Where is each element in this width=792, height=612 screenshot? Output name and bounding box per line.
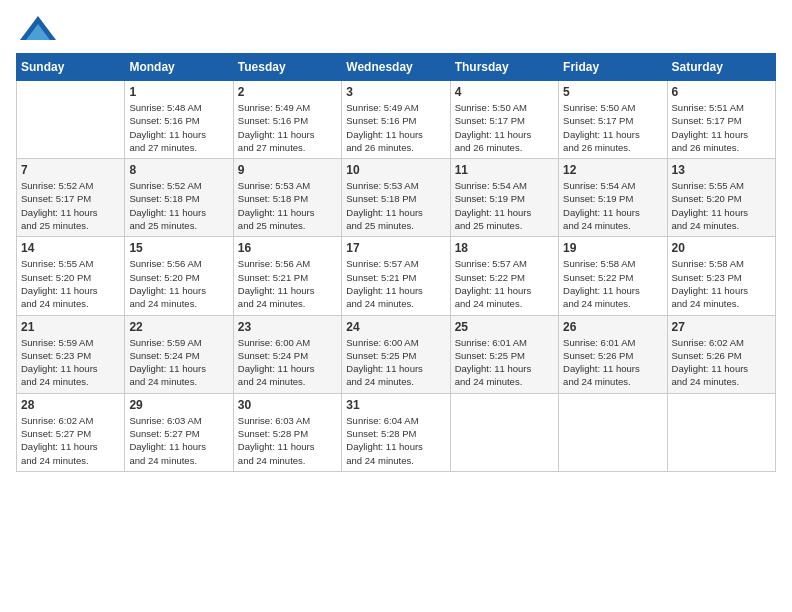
- day-info: Sunrise: 5:56 AM Sunset: 5:21 PM Dayligh…: [238, 257, 337, 310]
- day-number: 9: [238, 163, 337, 177]
- calendar-cell: 4Sunrise: 5:50 AM Sunset: 5:17 PM Daylig…: [450, 81, 558, 159]
- day-number: 17: [346, 241, 445, 255]
- weekday-header-row: SundayMondayTuesdayWednesdayThursdayFrid…: [17, 54, 776, 81]
- day-number: 19: [563, 241, 662, 255]
- day-info: Sunrise: 6:02 AM Sunset: 5:27 PM Dayligh…: [21, 414, 120, 467]
- day-info: Sunrise: 5:55 AM Sunset: 5:20 PM Dayligh…: [21, 257, 120, 310]
- day-info: Sunrise: 5:49 AM Sunset: 5:16 PM Dayligh…: [238, 101, 337, 154]
- calendar-cell: 16Sunrise: 5:56 AM Sunset: 5:21 PM Dayli…: [233, 237, 341, 315]
- calendar-cell: 22Sunrise: 5:59 AM Sunset: 5:24 PM Dayli…: [125, 315, 233, 393]
- calendar-body: 1Sunrise: 5:48 AM Sunset: 5:16 PM Daylig…: [17, 81, 776, 472]
- day-info: Sunrise: 5:51 AM Sunset: 5:17 PM Dayligh…: [672, 101, 771, 154]
- week-row-1: 1Sunrise: 5:48 AM Sunset: 5:16 PM Daylig…: [17, 81, 776, 159]
- day-info: Sunrise: 6:00 AM Sunset: 5:24 PM Dayligh…: [238, 336, 337, 389]
- page-header: [16, 16, 776, 45]
- day-info: Sunrise: 5:50 AM Sunset: 5:17 PM Dayligh…: [563, 101, 662, 154]
- day-number: 7: [21, 163, 120, 177]
- day-number: 16: [238, 241, 337, 255]
- day-info: Sunrise: 6:02 AM Sunset: 5:26 PM Dayligh…: [672, 336, 771, 389]
- day-info: Sunrise: 5:58 AM Sunset: 5:22 PM Dayligh…: [563, 257, 662, 310]
- calendar-cell: 2Sunrise: 5:49 AM Sunset: 5:16 PM Daylig…: [233, 81, 341, 159]
- day-number: 26: [563, 320, 662, 334]
- day-number: 2: [238, 85, 337, 99]
- day-number: 5: [563, 85, 662, 99]
- day-number: 14: [21, 241, 120, 255]
- calendar-cell: 7Sunrise: 5:52 AM Sunset: 5:17 PM Daylig…: [17, 159, 125, 237]
- calendar-cell: 12Sunrise: 5:54 AM Sunset: 5:19 PM Dayli…: [559, 159, 667, 237]
- day-info: Sunrise: 5:52 AM Sunset: 5:18 PM Dayligh…: [129, 179, 228, 232]
- day-info: Sunrise: 5:48 AM Sunset: 5:16 PM Dayligh…: [129, 101, 228, 154]
- day-number: 30: [238, 398, 337, 412]
- calendar-cell: 30Sunrise: 6:03 AM Sunset: 5:28 PM Dayli…: [233, 393, 341, 471]
- calendar-cell: 9Sunrise: 5:53 AM Sunset: 5:18 PM Daylig…: [233, 159, 341, 237]
- day-number: 13: [672, 163, 771, 177]
- day-number: 4: [455, 85, 554, 99]
- day-info: Sunrise: 5:59 AM Sunset: 5:23 PM Dayligh…: [21, 336, 120, 389]
- calendar-cell: 1Sunrise: 5:48 AM Sunset: 5:16 PM Daylig…: [125, 81, 233, 159]
- week-row-4: 21Sunrise: 5:59 AM Sunset: 5:23 PM Dayli…: [17, 315, 776, 393]
- day-number: 23: [238, 320, 337, 334]
- day-number: 8: [129, 163, 228, 177]
- day-number: 1: [129, 85, 228, 99]
- weekday-header-sunday: Sunday: [17, 54, 125, 81]
- calendar-cell: 5Sunrise: 5:50 AM Sunset: 5:17 PM Daylig…: [559, 81, 667, 159]
- calendar-table: SundayMondayTuesdayWednesdayThursdayFrid…: [16, 53, 776, 472]
- day-number: 12: [563, 163, 662, 177]
- calendar-cell: 6Sunrise: 5:51 AM Sunset: 5:17 PM Daylig…: [667, 81, 775, 159]
- weekday-header-thursday: Thursday: [450, 54, 558, 81]
- weekday-header-tuesday: Tuesday: [233, 54, 341, 81]
- day-info: Sunrise: 5:54 AM Sunset: 5:19 PM Dayligh…: [563, 179, 662, 232]
- day-number: 10: [346, 163, 445, 177]
- day-info: Sunrise: 5:55 AM Sunset: 5:20 PM Dayligh…: [672, 179, 771, 232]
- day-number: 28: [21, 398, 120, 412]
- day-info: Sunrise: 6:04 AM Sunset: 5:28 PM Dayligh…: [346, 414, 445, 467]
- calendar-cell: 29Sunrise: 6:03 AM Sunset: 5:27 PM Dayli…: [125, 393, 233, 471]
- day-info: Sunrise: 6:00 AM Sunset: 5:25 PM Dayligh…: [346, 336, 445, 389]
- calendar-cell: 10Sunrise: 5:53 AM Sunset: 5:18 PM Dayli…: [342, 159, 450, 237]
- day-info: Sunrise: 5:59 AM Sunset: 5:24 PM Dayligh…: [129, 336, 228, 389]
- day-info: Sunrise: 6:01 AM Sunset: 5:25 PM Dayligh…: [455, 336, 554, 389]
- logo-text: [16, 16, 56, 45]
- calendar-cell: 17Sunrise: 5:57 AM Sunset: 5:21 PM Dayli…: [342, 237, 450, 315]
- day-number: 22: [129, 320, 228, 334]
- day-info: Sunrise: 6:03 AM Sunset: 5:28 PM Dayligh…: [238, 414, 337, 467]
- day-number: 21: [21, 320, 120, 334]
- day-number: 31: [346, 398, 445, 412]
- calendar-cell: 28Sunrise: 6:02 AM Sunset: 5:27 PM Dayli…: [17, 393, 125, 471]
- weekday-header-friday: Friday: [559, 54, 667, 81]
- day-info: Sunrise: 5:52 AM Sunset: 5:17 PM Dayligh…: [21, 179, 120, 232]
- day-number: 11: [455, 163, 554, 177]
- calendar-cell: [559, 393, 667, 471]
- day-info: Sunrise: 5:56 AM Sunset: 5:20 PM Dayligh…: [129, 257, 228, 310]
- calendar-cell: 18Sunrise: 5:57 AM Sunset: 5:22 PM Dayli…: [450, 237, 558, 315]
- week-row-2: 7Sunrise: 5:52 AM Sunset: 5:17 PM Daylig…: [17, 159, 776, 237]
- day-info: Sunrise: 5:58 AM Sunset: 5:23 PM Dayligh…: [672, 257, 771, 310]
- logo-icon: [20, 16, 56, 40]
- calendar-cell: 27Sunrise: 6:02 AM Sunset: 5:26 PM Dayli…: [667, 315, 775, 393]
- day-number: 29: [129, 398, 228, 412]
- week-row-3: 14Sunrise: 5:55 AM Sunset: 5:20 PM Dayli…: [17, 237, 776, 315]
- logo: [16, 16, 56, 45]
- day-number: 20: [672, 241, 771, 255]
- weekday-header-monday: Monday: [125, 54, 233, 81]
- calendar-cell: 24Sunrise: 6:00 AM Sunset: 5:25 PM Dayli…: [342, 315, 450, 393]
- day-number: 15: [129, 241, 228, 255]
- day-number: 3: [346, 85, 445, 99]
- day-number: 24: [346, 320, 445, 334]
- weekday-header-wednesday: Wednesday: [342, 54, 450, 81]
- day-number: 18: [455, 241, 554, 255]
- calendar-cell: 21Sunrise: 5:59 AM Sunset: 5:23 PM Dayli…: [17, 315, 125, 393]
- calendar-cell: 14Sunrise: 5:55 AM Sunset: 5:20 PM Dayli…: [17, 237, 125, 315]
- calendar-cell: 3Sunrise: 5:49 AM Sunset: 5:16 PM Daylig…: [342, 81, 450, 159]
- calendar-cell: [17, 81, 125, 159]
- calendar-cell: 23Sunrise: 6:00 AM Sunset: 5:24 PM Dayli…: [233, 315, 341, 393]
- calendar-cell: 11Sunrise: 5:54 AM Sunset: 5:19 PM Dayli…: [450, 159, 558, 237]
- calendar-cell: 31Sunrise: 6:04 AM Sunset: 5:28 PM Dayli…: [342, 393, 450, 471]
- day-info: Sunrise: 6:03 AM Sunset: 5:27 PM Dayligh…: [129, 414, 228, 467]
- day-number: 6: [672, 85, 771, 99]
- calendar-cell: 19Sunrise: 5:58 AM Sunset: 5:22 PM Dayli…: [559, 237, 667, 315]
- calendar-cell: 8Sunrise: 5:52 AM Sunset: 5:18 PM Daylig…: [125, 159, 233, 237]
- calendar-cell: 13Sunrise: 5:55 AM Sunset: 5:20 PM Dayli…: [667, 159, 775, 237]
- day-info: Sunrise: 5:53 AM Sunset: 5:18 PM Dayligh…: [238, 179, 337, 232]
- day-info: Sunrise: 5:53 AM Sunset: 5:18 PM Dayligh…: [346, 179, 445, 232]
